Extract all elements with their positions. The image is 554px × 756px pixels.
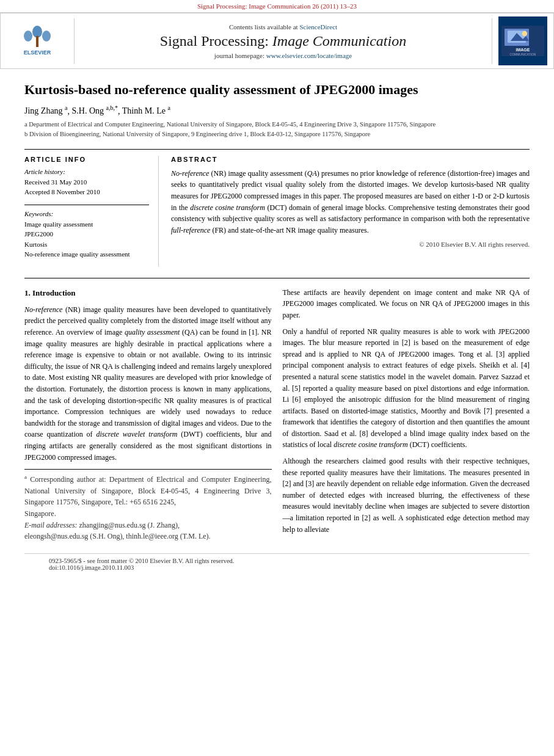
paper-container: Kurtosis-based no-reference quality asse… xyxy=(0,69,554,587)
homepage-label: journal homepage: xyxy=(214,52,264,59)
footnote-section: a Corresponding author at: Department of… xyxy=(24,469,272,542)
abstract-box: ABSTRACT No-reference (NR) image quality… xyxy=(171,156,530,267)
keywords-section: Keywords: Image quality assessment JPEG2… xyxy=(24,210,149,260)
svg-text:COMMUNICATION: COMMUNICATION xyxy=(510,53,536,56)
author-thinh-le: Thinh M. Le a xyxy=(122,106,170,115)
footnote-text: a Corresponding author at: Department of… xyxy=(24,473,272,542)
contents-label: Contents lists available at xyxy=(229,23,298,31)
article-info-heading: ARTICLE INFO xyxy=(24,156,149,163)
bottom-bar: 0923-5965/$ - see front matter © 2010 El… xyxy=(24,553,530,575)
affiliation-b: b Division of Bioengineering, National U… xyxy=(24,129,530,139)
body-columns: 1. Introduction No-reference (NR) image … xyxy=(24,287,530,547)
keyword-4: No-reference image quality assessment xyxy=(24,249,149,260)
svg-text:IMAGE: IMAGE xyxy=(516,48,530,52)
paper-title: Kurtosis-based no-reference quality asse… xyxy=(24,81,530,99)
keywords-title: Keywords: xyxy=(24,210,149,217)
article-info-abstract: ARTICLE INFO Article history: Received 3… xyxy=(24,156,530,267)
contents-available-line: Contents lists available at ScienceDirec… xyxy=(75,23,492,31)
header-divider xyxy=(24,149,530,150)
journal-homepage-line: journal homepage: www.elsevier.com/locat… xyxy=(75,52,492,59)
elsevier-logo-area: ELSEVIER xyxy=(1,16,74,65)
journal-title-prefix: Signal Processing: xyxy=(160,33,272,49)
authors-line: Jing Zhang a, S.H. Ong a,b,*, Thinh M. L… xyxy=(24,105,530,117)
elsevier-logo-icon: ELSEVIER xyxy=(10,23,65,59)
journal-logo-box: IMAGE COMMUNICATION xyxy=(498,16,547,65)
doi-text: doi:10.1016/j.image.2010.11.003 xyxy=(49,564,134,571)
journal-reference-bar: Signal Processing: Image Communication 2… xyxy=(0,0,554,13)
issn-text: 0923-5965/$ - see front matter © 2010 El… xyxy=(49,558,234,564)
body-left-column: 1. Introduction No-reference (NR) image … xyxy=(24,287,272,547)
keyword-3: Kurtosis xyxy=(24,239,149,250)
intro-paragraph-1: No-reference (NR) image quality measures… xyxy=(24,304,272,463)
nr-italic-intro: No-reference xyxy=(24,305,62,314)
journal-logo-area: IMAGE COMMUNICATION xyxy=(492,13,553,68)
accepted-date: Accepted 8 November 2010 xyxy=(24,187,149,197)
journal-logo-icon: IMAGE COMMUNICATION xyxy=(501,26,544,56)
affiliation-a: a Department of Electrical and Computer … xyxy=(24,120,530,129)
svg-point-2 xyxy=(24,31,32,42)
right-para-2: Only a handful of reported NR quality me… xyxy=(283,326,530,451)
body-right-column: These artifacts are heavily dependent on… xyxy=(283,287,530,547)
right-para-3: Although the researchers claimed good re… xyxy=(283,456,530,535)
affiliations: a Department of Electrical and Computer … xyxy=(24,120,530,139)
svg-rect-4 xyxy=(36,36,38,47)
copyright-line: © 2010 Elsevier B.V. All rights reserved… xyxy=(171,241,530,248)
journal-header: ELSEVIER Contents lists available at Sci… xyxy=(0,13,554,69)
article-info-box: ARTICLE INFO Article history: Received 3… xyxy=(24,156,159,267)
abstract-text: No-reference (NR) image quality assessme… xyxy=(171,168,530,236)
journal-title-italic: Image Communication xyxy=(272,33,406,49)
nr-italic: No-reference xyxy=(171,169,209,178)
keyword-2: JPEG2000 xyxy=(24,229,149,239)
footnote-sup: a xyxy=(24,474,27,480)
svg-point-3 xyxy=(42,31,51,42)
journal-ref-text: Signal Processing: Image Communication 2… xyxy=(197,2,357,10)
journal-title: Signal Processing: Image Communication xyxy=(75,33,492,49)
journal-header-center: Contents lists available at ScienceDirec… xyxy=(74,18,492,64)
email-label: E-mail addresses: xyxy=(24,521,78,529)
author-jing-zhang: Jing Zhang a xyxy=(24,106,68,115)
svg-text:ELSEVIER: ELSEVIER xyxy=(24,49,51,56)
svg-point-10 xyxy=(522,31,527,36)
author-sh-ong: S.H. Ong a,b,* xyxy=(72,106,118,115)
info-divider xyxy=(24,205,149,205)
right-para-1: These artifacts are heavily dependent on… xyxy=(283,287,530,321)
introduction-heading: 1. Introduction xyxy=(24,287,272,299)
homepage-link[interactable]: www.elsevier.com/locate/image xyxy=(266,52,352,59)
sciencedirect-link[interactable]: ScienceDirect xyxy=(299,23,337,31)
keyword-1: Image quality assessment xyxy=(24,219,149,230)
received-date: Received 31 May 2010 xyxy=(24,177,149,187)
history-title: Article history: xyxy=(24,168,149,175)
article-history-section: Article history: Received 31 May 2010 Ac… xyxy=(24,168,149,197)
section-divider xyxy=(24,278,530,278)
abstract-heading: ABSTRACT xyxy=(171,156,530,163)
